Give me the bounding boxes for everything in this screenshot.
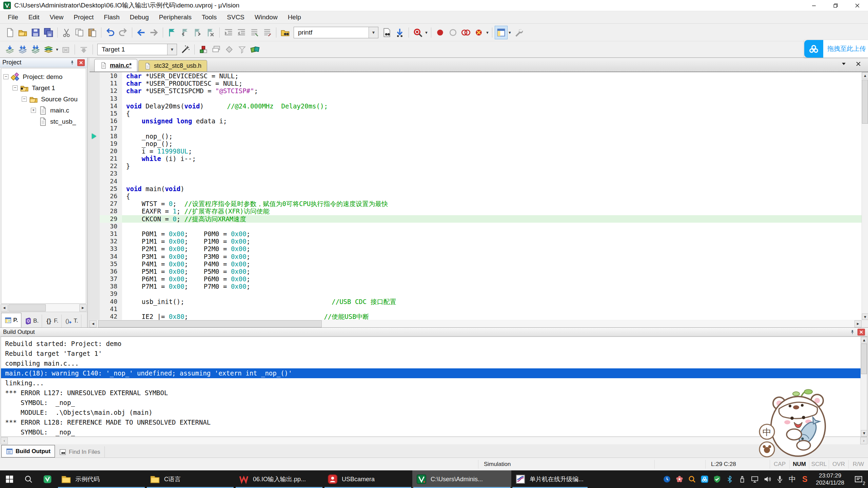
translate-icon[interactable]	[3, 43, 16, 56]
tree-expander-icon[interactable]: +	[31, 108, 36, 113]
taskbar-item-c-users-adminis-[interactable]: C:\Users\Adminis...	[412, 470, 511, 488]
build-log-line[interactable]: MODULE: .\Objects\main.obj (main)	[5, 408, 860, 418]
tree-item-stc-usb-[interactable]: stc_usb_	[3, 116, 86, 127]
bookmark-clear-icon[interactable]	[204, 26, 217, 39]
undo-icon[interactable]	[104, 26, 117, 39]
code-text[interactable]: P5M1 = 0x00; P5M0 = 0x00;	[122, 268, 868, 275]
chevron-down-icon[interactable]: ▼	[424, 26, 429, 39]
editor-margin[interactable]	[90, 72, 100, 80]
taskbar-item-单片机在线升级编-[interactable]: 单片机在线升级编...	[511, 470, 589, 488]
build-log-line[interactable]: linking...	[5, 378, 860, 388]
menu-debug[interactable]: Debug	[125, 11, 154, 23]
taskbar-item-示例代码[interactable]: 示例代码	[57, 470, 146, 488]
funnel-icon[interactable]	[236, 43, 249, 56]
project-panel-close-icon[interactable]	[77, 59, 85, 66]
code-text[interactable]: {	[122, 192, 868, 200]
tree-item-target-1[interactable]: −Target 1	[3, 82, 86, 94]
menu-window[interactable]: Window	[250, 11, 283, 23]
nav-back-icon[interactable]	[135, 26, 147, 39]
code-text[interactable]: CKCON = 0; //提高访问XRAM速度	[122, 215, 868, 223]
editor-margin[interactable]	[90, 260, 100, 268]
copy-icon[interactable]	[73, 26, 86, 39]
build-output-hscrollbar[interactable]: ‹ ›	[0, 437, 868, 444]
scroll-down-icon[interactable]: ▼	[861, 430, 867, 436]
panel-tab-f[interactable]: {}F.	[42, 314, 62, 327]
chevron-down-icon[interactable]: ▼	[369, 27, 378, 38]
menu-peripherals[interactable]: Peripherals	[154, 11, 197, 23]
editor-margin[interactable]	[90, 178, 100, 185]
build-output-vscrollbar[interactable]: ▲▼	[861, 337, 867, 436]
scroll-up-icon[interactable]: ▲	[861, 337, 867, 343]
editor-margin[interactable]	[90, 140, 100, 147]
code-text[interactable]: _nop_();	[122, 133, 868, 140]
tree-expander-icon[interactable]: −	[22, 97, 27, 102]
cut-icon[interactable]	[60, 26, 73, 39]
wand-icon[interactable]	[179, 43, 192, 56]
code-text[interactable]: P1M1 = 0x00; P1M0 = 0x00;	[122, 238, 868, 245]
tree-expander-icon[interactable]: −	[3, 74, 8, 79]
pin-icon[interactable]	[849, 329, 856, 336]
editor-margin[interactable]	[90, 253, 100, 260]
outdent-icon[interactable]	[235, 26, 248, 39]
wechat-app-icon[interactable]	[38, 470, 57, 488]
scroll-up-icon[interactable]: ▲	[862, 72, 868, 79]
build-log-line[interactable]: SYMBOL: _nop_	[5, 398, 860, 408]
code-text[interactable]: i = 119998UL;	[122, 147, 868, 155]
editor-margin[interactable]	[90, 215, 100, 223]
taskbar-clock[interactable]: 23:07:29 2024/11/28	[816, 472, 844, 486]
code-text[interactable]: _nop_();	[122, 140, 868, 147]
code-text[interactable]: char *USER_DEVICEDESC = NULL;	[122, 72, 868, 80]
code-text[interactable]: IE2 |= 0x80; //使能USB中断	[122, 313, 868, 320]
notification-center-icon[interactable]: 2	[849, 470, 868, 488]
bp-kill-icon[interactable]	[459, 26, 472, 39]
indent-icon[interactable]	[222, 26, 235, 39]
build-log-line[interactable]: *** ERROR L128: REFERENCE MADE TO UNRESO…	[5, 418, 860, 427]
nav-forward-icon[interactable]	[147, 26, 160, 39]
code-text[interactable]	[122, 290, 868, 298]
code-text[interactable]	[122, 178, 868, 185]
taskbar-item-06-io输入输出-pp-[interactable]: 06.IO输入输出.pp...	[235, 470, 323, 488]
minimize-button[interactable]	[803, 0, 825, 11]
scroll-right-icon[interactable]: ►	[854, 320, 862, 327]
build-log-line[interactable]: main.c(18): warning C140: '_nop_' undefi…	[1, 368, 867, 378]
code-text[interactable]: EAXFR = 1; //扩展寄存器(XFR)访问使能	[122, 207, 868, 215]
tree-item-project-demo[interactable]: −Project: demo	[3, 71, 86, 82]
save-icon[interactable]	[29, 26, 42, 39]
project-panel-hscrollbar[interactable]: ◄ ►	[0, 304, 87, 312]
find-report-icon[interactable]	[380, 26, 393, 39]
batch-icon[interactable]	[42, 43, 55, 56]
menu-file[interactable]: File	[3, 11, 23, 23]
output-tab-build-output[interactable]: Build Output	[1, 445, 55, 458]
taskbar-item-c语言[interactable]: C语言	[146, 470, 235, 488]
usb-plug-tray-icon[interactable]	[736, 470, 748, 488]
taskbar-search-icon[interactable]	[19, 470, 38, 488]
menu-project[interactable]: Project	[68, 11, 99, 23]
scroll-left-icon[interactable]: ◄	[1, 304, 8, 311]
editor-margin[interactable]	[90, 80, 100, 87]
search-combobox[interactable]: printf▼	[294, 27, 378, 38]
close-button[interactable]	[846, 0, 868, 11]
pack-installer-icon[interactable]	[249, 43, 261, 56]
scroll-right-icon[interactable]: ›	[860, 437, 867, 444]
build-log-line[interactable]: SYMBOL: _nop_	[5, 427, 860, 437]
uncomment-icon[interactable]	[261, 26, 274, 39]
build-log-line[interactable]: Rebuild target 'Target 1'	[5, 349, 860, 359]
bookmark-next-icon[interactable]	[191, 26, 204, 39]
scroll-right-icon[interactable]: ►	[79, 304, 86, 311]
build-icon[interactable]	[16, 43, 29, 56]
editor-margin[interactable]	[90, 305, 100, 313]
pin-icon[interactable]	[68, 59, 76, 66]
editor-margin[interactable]	[90, 192, 100, 200]
search-orange-tray-icon[interactable]	[686, 470, 698, 488]
editor-margin[interactable]	[90, 170, 100, 177]
scroll-left-icon[interactable]: ‹	[1, 437, 8, 444]
tree-expander-icon[interactable]: −	[13, 85, 18, 90]
build-log-line[interactable]: *** ERROR L127: UNRESOLVED EXTERNAL SYMB…	[5, 388, 860, 398]
editor-margin[interactable]	[90, 95, 100, 102]
code-text[interactable]: unsigned long edata i;	[122, 117, 868, 125]
paste-icon[interactable]	[86, 26, 99, 39]
code-text[interactable]: {	[122, 110, 868, 117]
editor-margin[interactable]	[90, 117, 100, 125]
editor-margin[interactable]	[90, 162, 100, 170]
restore-button[interactable]	[825, 0, 846, 11]
